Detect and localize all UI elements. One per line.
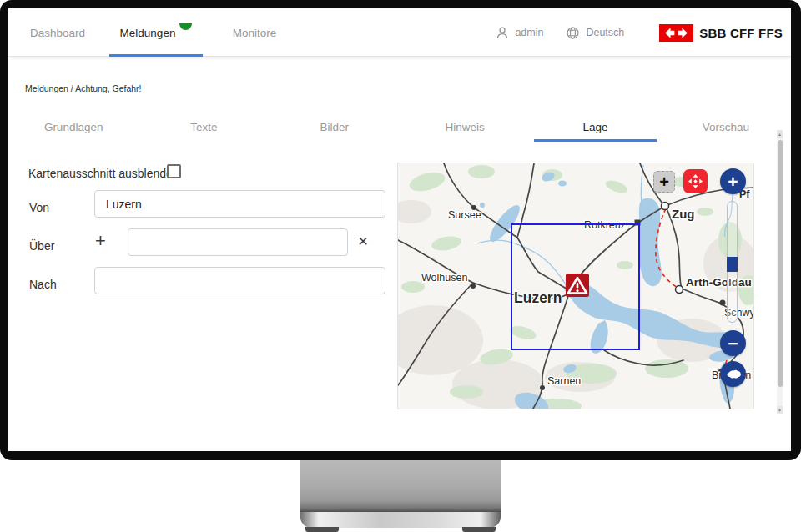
tab-grundlagen[interactable]: Grundlagen (8, 112, 139, 142)
sbb-logo-icon (659, 24, 693, 42)
monitor-foot (462, 527, 496, 532)
hide-map-label: Kartenausschnitt ausblenden (28, 167, 179, 180)
tab-label: Lage (582, 121, 607, 133)
ueber-label: Über (29, 239, 54, 253)
map-zoom-slider-handle[interactable] (727, 257, 738, 272)
map-zoom-in-button[interactable]: + (720, 168, 746, 194)
switzerland-shape-icon (725, 369, 742, 379)
map-label-zug: Zug (672, 207, 695, 221)
monitor-stand-base (300, 512, 501, 528)
tab-texte[interactable]: Texte (139, 112, 269, 142)
map-zoom-slider[interactable] (727, 201, 738, 323)
nav-item-dashboard[interactable]: Dashboard (8, 8, 107, 57)
tab-label: Bilder (320, 121, 350, 133)
tab-active-underline (534, 139, 656, 142)
meldungen-badge-icon (179, 23, 192, 30)
map-label-luzern: Luzern (514, 289, 562, 306)
nav-label-monitore: Monitore (233, 27, 277, 39)
hide-map-checkbox[interactable] (167, 164, 181, 178)
nach-input[interactable] (94, 267, 385, 294)
tab-hinweis[interactable]: Hinweis (400, 112, 530, 142)
map-label-wolhusen: Wolhusen (421, 272, 467, 284)
nav-item-meldungen[interactable]: Meldungen (107, 8, 205, 57)
scrollbar-thumb[interactable] (778, 140, 783, 387)
map-overview-button[interactable]: + (653, 171, 675, 193)
nav-item-monitore[interactable]: Monitore (205, 8, 304, 57)
app-window: Dashboard Meldungen Monitore ad (8, 8, 791, 451)
monitor-frame: Dashboard Meldungen Monitore ad (0, 0, 801, 532)
vertical-scrollbar[interactable]: ▲ ▼ (777, 130, 783, 414)
map-label-arth-goldau: Arth-Goldau (686, 276, 752, 289)
nav-label-dashboard: Dashboard (30, 27, 85, 39)
map-pan-button[interactable] (683, 169, 708, 193)
map-home-button[interactable] (720, 361, 746, 387)
clear-via-button[interactable]: × (358, 232, 368, 249)
von-input[interactable] (94, 190, 385, 218)
user-name: admin (515, 27, 543, 38)
tab-label: Vorschau (703, 121, 749, 133)
app-header: Dashboard Meldungen Monitore ad (8, 8, 791, 57)
tab-label: Hinweis (446, 121, 485, 133)
tab-bar: Grundlagen Texte Bilder Hinweis Lage Vor… (8, 112, 791, 142)
user-icon (496, 27, 508, 39)
pan-arrows-icon (688, 173, 703, 189)
map-label-sursee: Sursee (448, 209, 481, 221)
map-zoom-out-button[interactable]: − (720, 330, 746, 356)
breadcrumb: Meldungen / Achtung, Gefahr! (25, 83, 142, 93)
language-label: Deutsch (586, 27, 624, 38)
scrollbar-up-arrow[interactable]: ▲ (777, 130, 783, 138)
map-card: Sursee Rotkreuz Zug Wolhusen Luzern Arth… (398, 163, 753, 409)
brand-text: SBB CFF FFS (699, 26, 783, 40)
scrollbar-down-arrow[interactable]: ▼ (777, 406, 783, 414)
von-label: Von (29, 201, 49, 214)
monitor-stand (300, 460, 501, 512)
add-via-button[interactable]: + (95, 232, 106, 250)
main-nav: Dashboard Meldungen Monitore (8, 8, 304, 57)
header-right: admin Deutsch (496, 8, 783, 57)
map-canvas[interactable]: Sursee Rotkreuz Zug Wolhusen Luzern Arth… (398, 163, 753, 409)
brand: SBB CFF FFS (659, 24, 783, 42)
tab-vorschau[interactable]: Vorschau (661, 112, 791, 142)
ueber-input[interactable] (128, 228, 348, 256)
user-menu[interactable]: admin (496, 27, 543, 39)
language-menu[interactable]: Deutsch (567, 27, 624, 39)
tab-bilder[interactable]: Bilder (270, 112, 400, 142)
warning-marker-icon[interactable] (566, 274, 589, 297)
tab-label: Texte (190, 121, 217, 133)
monitor-foot (305, 527, 339, 532)
tab-lage[interactable]: Lage (530, 112, 660, 142)
tab-label: Grundlagen (44, 121, 103, 133)
globe-icon (567, 27, 579, 39)
nav-active-underline (109, 54, 203, 57)
map-label-sarnen: Sarnen (547, 375, 581, 387)
nav-label-meldungen: Meldungen (120, 27, 176, 39)
nach-label: Nach (29, 278, 57, 291)
